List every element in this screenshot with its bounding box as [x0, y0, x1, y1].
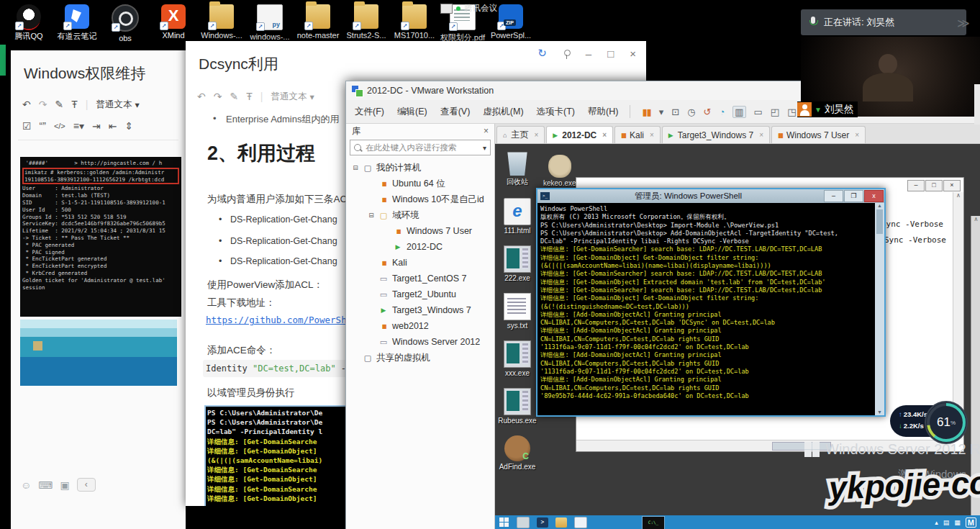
- maximize-icon[interactable]: □: [607, 48, 614, 60]
- powershell-titlebar[interactable]: >_ 管理员: Windows PowerShell – ❐ x: [537, 189, 884, 203]
- meeting-member-chip[interactable]: ▼ 刘昊然: [797, 101, 858, 117]
- keyboard-icon[interactable]: ⌨: [38, 479, 53, 491]
- console-taskbar-button[interactable]: C:\_: [642, 516, 665, 529]
- desktop-icon[interactable]: ➚ windows-...: [247, 4, 293, 43]
- menu-item[interactable]: 虚拟机(M): [483, 106, 523, 118]
- pause-dropdown-icon[interactable]: ▾: [659, 107, 664, 117]
- tree-expander-icon[interactable]: ⊟: [368, 212, 375, 219]
- vm-tree-item[interactable]: ▭ Windows Server 2012: [346, 334, 494, 350]
- desktop-icon[interactable]: ➚ 有道云笔记: [54, 4, 100, 43]
- vm-tree-item[interactable]: ▭ Target1_CentOS 7: [346, 271, 494, 286]
- indent-left-icon[interactable]: ⇤: [109, 120, 117, 132]
- eraser-icon[interactable]: ✎: [230, 91, 238, 102]
- vm-tree-item[interactable]: ▶ Target3_Windows 7: [346, 302, 494, 318]
- paragraph-style-dropdown[interactable]: 普通文本▾: [96, 99, 139, 111]
- desktop-icon[interactable]: ➚ Struts2-S...: [343, 4, 389, 43]
- desktop-icon[interactable]: ➚ 腾讯QQ: [6, 4, 52, 43]
- start-button[interactable]: [499, 517, 509, 528]
- menu-item[interactable]: 选项卡(T): [537, 106, 575, 118]
- vm-desktop-icon[interactable]: AdFind.exe: [496, 435, 538, 471]
- vm-tab[interactable]: ▮▮ Windows 7 User ×: [771, 126, 866, 143]
- vm-tree-item[interactable]: ▮▮ Ubuntu 64 位: [346, 176, 494, 191]
- desktop-icon[interactable]: ➚ obs: [102, 4, 148, 43]
- vm-tree-item[interactable]: ▮▮ Windows 10不是自己id: [346, 191, 494, 207]
- vm-tab[interactable]: ⌂ 主页 ×: [496, 126, 545, 143]
- scrollbar-thumb[interactable]: [876, 209, 883, 234]
- tray-m-icon[interactable]: M: [966, 517, 976, 528]
- redo-icon[interactable]: ↷: [214, 91, 222, 102]
- close-button[interactable]: x: [864, 190, 884, 202]
- code-icon[interactable]: </>: [54, 122, 65, 130]
- tab-close-icon[interactable]: ×: [650, 131, 654, 139]
- ctrl-alt-del-icon[interactable]: ⊡: [671, 107, 679, 117]
- tab-close-icon[interactable]: ×: [602, 131, 607, 139]
- maximize-button[interactable]: □: [925, 180, 943, 191]
- vm-tree-item[interactable]: ▢ 共享的虚拟机: [346, 350, 494, 366]
- checklist-icon[interactable]: ☑: [22, 120, 32, 132]
- tree-expander-icon[interactable]: ⊟: [352, 164, 359, 171]
- menu-item[interactable]: 编辑(E): [397, 106, 427, 118]
- refresh-icon[interactable]: ↻: [537, 47, 547, 60]
- eraser-icon[interactable]: ✎: [55, 99, 63, 110]
- vm-tab[interactable]: ▶ 2012-DC ×: [546, 126, 613, 143]
- desktop-icon[interactable]: ➚ MS17010...: [391, 4, 437, 43]
- tray-status-icon[interactable]: ▤: [943, 519, 950, 526]
- desktop-icon[interactable]: ➚ note-master: [295, 4, 341, 43]
- vm-desktop-icon[interactable]: xxx.exe: [496, 340, 538, 377]
- chevron-down-icon[interactable]: ▾: [483, 144, 486, 152]
- quote-icon[interactable]: “”: [40, 120, 46, 132]
- tray-network-icon[interactable]: ▦: [954, 519, 961, 526]
- notepad-taskbar-icon[interactable]: [574, 517, 587, 528]
- library-close-icon[interactable]: ×: [484, 126, 489, 136]
- powershell-scrollbar[interactable]: ▲▼: [875, 203, 884, 415]
- powershell-output[interactable]: Windows PowerShell版权所有 (C) 2013 Microsof…: [537, 203, 875, 415]
- screenshot-icon[interactable]: ▣: [60, 479, 70, 491]
- tab-close-icon[interactable]: ×: [855, 131, 859, 139]
- vm-tree-item[interactable]: ▮▮ Windows 7 User: [346, 223, 494, 239]
- pin-icon[interactable]: [563, 50, 570, 57]
- align-icon[interactable]: ≡▾: [73, 120, 84, 132]
- memory-gauge[interactable]: 61%: [925, 401, 968, 444]
- desktop-icon[interactable]: ➚ Windows-...: [199, 4, 245, 43]
- close-button[interactable]: ×: [943, 180, 961, 191]
- maximize-button[interactable]: ❐: [844, 190, 863, 202]
- snapshot-revert-icon[interactable]: ↺: [703, 107, 711, 117]
- snapshot-manager-icon[interactable]: ◔: [719, 107, 725, 117]
- vm-tree-item[interactable]: ▶ 2012-DC: [346, 239, 494, 255]
- pause-button-icon[interactable]: ▮▮: [642, 107, 650, 117]
- fullscreen-icon[interactable]: ◰: [771, 107, 779, 117]
- tab-close-icon[interactable]: ×: [534, 131, 538, 139]
- vm-tab[interactable]: ▶ Target3_Windows 7 ×: [662, 126, 770, 143]
- vm-tree-item[interactable]: ▮▮ Kali: [346, 255, 494, 271]
- undo-icon[interactable]: ↶: [22, 99, 31, 110]
- vm-desktop-icon-kekeo[interactable]: kekeo.exe: [543, 155, 576, 187]
- minimize-button[interactable]: –: [907, 180, 925, 191]
- server-manager-icon[interactable]: [517, 517, 530, 528]
- indent-right-icon[interactable]: ⇥: [92, 120, 101, 132]
- desktop-icon[interactable]: X➚ XMind: [150, 4, 196, 43]
- minimize-icon[interactable]: –: [586, 48, 591, 60]
- menu-item[interactable]: 查看(V): [440, 106, 471, 118]
- vm-tree-item[interactable]: ▭ Target2_Ubuntu: [346, 286, 494, 302]
- vm-tab[interactable]: ▮▮ Kali ×: [614, 126, 661, 143]
- powershell-window[interactable]: >_ 管理员: Windows PowerShell – ❐ x Windows…: [536, 188, 886, 417]
- tray-expand-icon[interactable]: ▴: [935, 519, 938, 526]
- library-pane-icon[interactable]: ▥: [732, 106, 745, 118]
- unity-icon[interactable]: ◳: [787, 107, 796, 117]
- vm-desktop-icon[interactable]: e 111.html: [496, 198, 538, 235]
- snapshot-take-icon[interactable]: ◷: [687, 107, 695, 117]
- redo-icon[interactable]: ↷: [39, 99, 47, 110]
- vm-desktop-icon[interactable]: 回收站: [496, 150, 538, 187]
- format-painter-icon[interactable]: Ŧ: [71, 99, 78, 110]
- paragraph-style-dropdown[interactable]: 普通文本▾: [271, 91, 314, 103]
- emoji-icon[interactable]: ☺: [21, 479, 31, 491]
- undo-icon[interactable]: ↶: [197, 91, 206, 102]
- library-search-input[interactable]: 在此处键入内容进行搜索 ▾: [350, 140, 491, 155]
- close-icon[interactable]: ×: [630, 48, 636, 60]
- vm-tree-item[interactable]: ⊟ ▢ 域环境: [346, 207, 494, 223]
- vm-desktop-icon[interactable]: sys.txt: [496, 293, 538, 330]
- vm-tree-item[interactable]: ⊟ ▢ 我的计算机: [346, 160, 494, 176]
- collapse-chevron-button[interactable]: ‹: [77, 478, 96, 492]
- vm-tree-item[interactable]: ▮▮ web2012: [346, 318, 494, 334]
- menu-item[interactable]: 帮助(H): [588, 106, 618, 118]
